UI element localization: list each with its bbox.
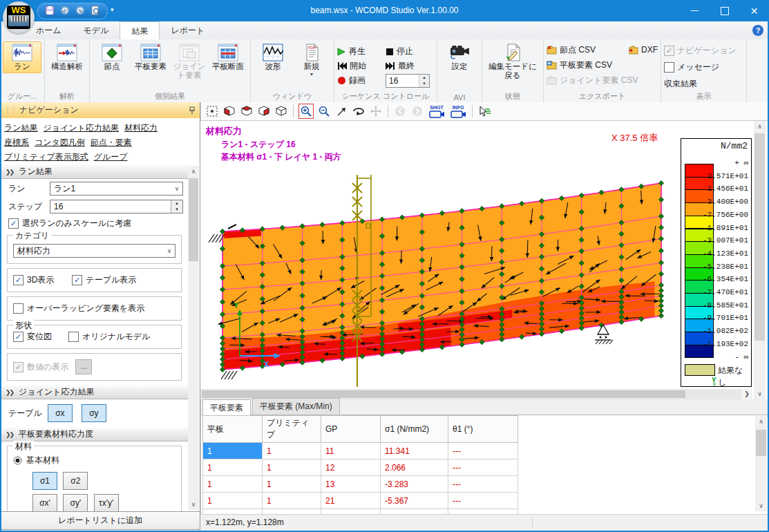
sigma-2-button[interactable]: σ2 [63,472,88,490]
record-button[interactable]: 録画 [337,74,386,88]
column-header-1[interactable]: プリミティブ [263,416,321,443]
basic-material-radio[interactable]: 基本材料 [13,455,175,466]
message-checkbox[interactable]: メッセージ [664,60,737,74]
nav-link-4[interactable]: コンタ図凡例 [35,137,85,147]
waveform-window-button[interactable]: 波形 [254,41,292,73]
tab-model[interactable]: モデル [73,21,120,39]
nav-link-2[interactable]: 材料応力 [124,123,158,133]
column-header-3[interactable]: σ1 (N/mm2) [381,416,448,443]
app-logo-button[interactable]: WS [3,1,35,33]
add-to-report-list-button[interactable]: レポートリストに追加 [0,511,200,530]
category-combobox[interactable]: 材料応力 ∨ [13,244,175,258]
sigma-yp-button[interactable]: σy' [63,494,88,512]
step-spinner[interactable]: 16 ▲▼ [386,74,430,88]
scroll-right-icon[interactable]: ❯ [741,389,752,399]
back-to-edit-mode-button[interactable]: 編集モードに戻る [485,41,540,82]
scrollbar-thumb[interactable] [756,430,766,456]
scroll-up-icon[interactable]: ∧ [188,166,199,177]
table-cell[interactable]: 11 [321,443,381,459]
view-top-button[interactable] [240,104,254,118]
step-spinner-arrows[interactable]: ▲▼ [419,75,429,87]
column-header-2[interactable]: GP [321,416,381,443]
table-cell[interactable]: 2.066 [381,459,448,476]
table-view-checkbox[interactable]: テーブル表示 [72,274,136,286]
scroll-up-icon[interactable]: ∧ [754,121,766,132]
snapshot-button[interactable]: SHOT [428,104,446,118]
section-run-results[interactable]: ❯❯ ラン結果 [0,164,188,179]
table-cell[interactable]: 1 [263,476,321,493]
result-viewport[interactable]: YX 材料応力 ラン1 - ステップ 16 基本材料 σ1 - 下 レイヤ 1 … [200,121,769,399]
section-plate-material-stress[interactable]: ❯❯ 平板要素材料応力度 [0,427,188,441]
table-cell[interactable]: 13 [321,476,381,493]
nav-link-1[interactable]: ジョイント応力結果 [44,123,119,133]
table-cell[interactable]: --- [448,476,518,493]
view-3d-checkbox[interactable]: 3D表示 [13,274,54,286]
scroll-down-icon[interactable]: ∨ [754,388,766,399]
export-dxf-button[interactable]: DXF [628,43,658,57]
export-node-csv-button[interactable]: 節点 CSV [547,43,596,57]
viewport-vscrollbar[interactable]: ∧ ∨ [754,121,766,399]
table-row[interactable]: 1121-5.367--- [203,493,518,509]
column-header-0[interactable]: 平板 [203,416,263,443]
help-button[interactable]: ? [752,25,763,36]
panel-scrollbar[interactable]: ∧ ∨ [188,166,199,510]
table-cell[interactable]: --- [448,443,518,459]
print-preview-button[interactable] [91,6,100,17]
table-cell[interactable]: 1 [203,476,263,493]
maximize-button[interactable] [710,0,739,21]
export-plate-csv-button[interactable]: 平板要素 CSV [547,58,658,72]
scrollbar-thumb[interactable] [754,133,765,341]
section-joint-stress[interactable]: ❯❯ ジョイント応力結果 [0,385,188,399]
go-start-button[interactable]: 開始 [337,59,386,73]
step-input[interactable]: 16 ▲▼ [50,200,183,213]
new-window-dropdown-icon[interactable]: ▼ [310,72,314,77]
scale-consideration-checkbox[interactable]: 選択ランのみスケールに考慮 [0,215,189,231]
scroll-down-icon[interactable]: ∨ [755,500,767,511]
sigma-x-button[interactable]: σx [48,404,73,422]
scroll-down-icon[interactable]: ∨ [188,499,199,510]
table-cell[interactable]: --- [448,493,518,509]
snapshot-info-button[interactable]: INFO [449,104,467,118]
plate-element-results-button[interactable]: 平板要素 [131,41,170,73]
original-model-checkbox[interactable]: オリジナルモデル [68,331,150,343]
table-cell[interactable]: 1 [263,443,321,459]
fit-view-button[interactable] [205,104,219,118]
table-cell[interactable]: 1 [263,459,321,476]
avi-settings-button[interactable]: 設定 [440,41,479,73]
structural-analysis-button[interactable]: 構造解析 [48,41,86,73]
stop-button[interactable]: 停止 [386,45,434,59]
table-row[interactable]: 111111.341--- [203,443,518,459]
table-row[interactable]: 11122.066--- [203,459,518,476]
step-spin-arrows[interactable]: ▲▼ [171,200,182,213]
table-cell[interactable]: 1 [263,493,321,509]
pin-icon[interactable] [189,106,196,115]
table-scrollbar[interactable]: ∧ ∨ [755,416,767,511]
go-last-button[interactable]: 最終 [386,59,434,73]
quick-access-dropdown[interactable]: ▾ [111,6,114,13]
sigma-y-button[interactable]: σy [82,404,106,422]
select-pointer-button[interactable] [477,104,491,118]
column-header-4[interactable]: θ1 (°) [448,416,518,443]
tab-results[interactable]: 結果 [120,21,160,40]
scroll-up-icon[interactable]: ∧ [755,416,767,427]
table-cell[interactable]: 1 [203,493,263,509]
view-iso-right-button[interactable] [257,104,271,118]
minimize-button[interactable] [680,0,710,21]
zoom-out-button[interactable] [317,104,331,118]
table-cell[interactable]: 1 [203,443,263,459]
play-button[interactable]: 再生 [337,45,386,59]
view-iso-left-button[interactable] [222,104,236,118]
table-cell[interactable]: -3.283 [381,476,448,493]
table-cell[interactable]: 11.341 [381,443,448,459]
new-window-button[interactable]: PDF 新規 ▼ [292,41,331,79]
tab-plate-elements-maxmin[interactable]: 平板要素 (Max/Min) [252,398,340,415]
run-button[interactable]: ラン [3,41,41,73]
scrollbar-thumb[interactable] [189,178,198,261]
sigma-1-button[interactable]: σ1 [32,472,57,490]
rotate-view-button[interactable] [352,104,365,118]
close-button[interactable]: ✕ [739,0,769,21]
tab-plate-elements[interactable]: 平板要素 [202,399,251,415]
zoom-extents-button[interactable] [334,104,348,118]
nav-link-0[interactable]: ラン結果 [4,123,38,133]
plate-section-button[interactable]: 平板断面 [209,41,247,73]
